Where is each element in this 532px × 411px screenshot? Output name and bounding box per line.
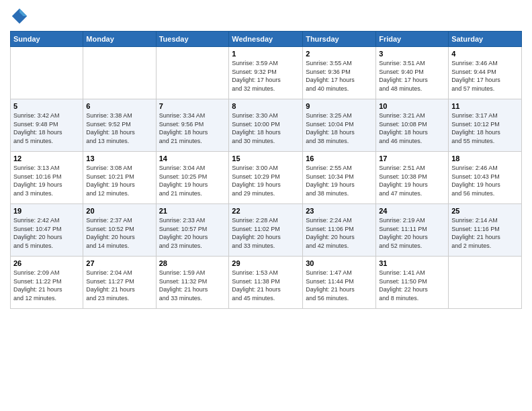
day-number: 8 xyxy=(232,102,300,110)
week-row-3: 12Sunrise: 3:13 AM Sunset: 10:16 PM Dayl… xyxy=(11,152,522,204)
calendar-cell xyxy=(11,47,83,99)
day-info: Sunrise: 2:46 AM Sunset: 10:43 PM Daylig… xyxy=(451,164,519,197)
day-info: Sunrise: 1:47 AM Sunset: 11:44 PM Daylig… xyxy=(306,269,373,302)
calendar-cell: 2Sunrise: 3:55 AM Sunset: 9:36 PM Daylig… xyxy=(303,47,376,99)
calendar-cell: 23Sunrise: 2:24 AM Sunset: 11:06 PM Dayl… xyxy=(303,204,376,257)
calendar-cell: 14Sunrise: 3:04 AM Sunset: 10:25 PM Dayl… xyxy=(156,152,229,204)
day-number: 26 xyxy=(13,259,80,267)
day-info: Sunrise: 1:59 AM Sunset: 11:32 PM Daylig… xyxy=(159,269,226,302)
day-info: Sunrise: 3:34 AM Sunset: 9:56 PM Dayligh… xyxy=(159,111,226,145)
calendar-cell: 20Sunrise: 2:37 AM Sunset: 10:52 PM Dayl… xyxy=(83,204,156,257)
calendar-cell: 26Sunrise: 2:09 AM Sunset: 11:22 PM Dayl… xyxy=(11,257,83,309)
logo-icon xyxy=(10,7,29,26)
calendar-cell: 18Sunrise: 2:46 AM Sunset: 10:43 PM Dayl… xyxy=(449,152,522,204)
calendar-cell: 11Sunrise: 3:17 AM Sunset: 10:12 PM Dayl… xyxy=(449,99,522,152)
calendar-cell: 7Sunrise: 3:34 AM Sunset: 9:56 PM Daylig… xyxy=(156,99,229,152)
day-number: 22 xyxy=(232,207,300,215)
calendar-cell: 16Sunrise: 2:55 AM Sunset: 10:34 PM Dayl… xyxy=(303,152,376,204)
day-info: Sunrise: 2:42 AM Sunset: 10:47 PM Daylig… xyxy=(13,216,80,250)
day-number: 5 xyxy=(13,102,80,110)
day-info: Sunrise: 2:28 AM Sunset: 11:02 PM Daylig… xyxy=(232,216,300,250)
week-row-4: 19Sunrise: 2:42 AM Sunset: 10:47 PM Dayl… xyxy=(11,204,522,257)
calendar-cell: 15Sunrise: 3:00 AM Sunset: 10:29 PM Dayl… xyxy=(229,152,303,204)
calendar-cell: 5Sunrise: 3:42 AM Sunset: 9:48 PM Daylig… xyxy=(11,99,83,152)
day-info: Sunrise: 1:41 AM Sunset: 11:50 PM Daylig… xyxy=(379,269,445,302)
day-info: Sunrise: 3:08 AM Sunset: 10:21 PM Daylig… xyxy=(86,164,152,197)
day-info: Sunrise: 2:14 AM Sunset: 11:16 PM Daylig… xyxy=(451,216,519,250)
calendar-cell: 3Sunrise: 3:51 AM Sunset: 9:40 PM Daylig… xyxy=(376,47,449,99)
calendar-cell: 6Sunrise: 3:38 AM Sunset: 9:52 PM Daylig… xyxy=(83,99,156,152)
day-number: 17 xyxy=(379,154,445,163)
logo xyxy=(10,7,31,26)
calendar-header-row: SundayMondayTuesdayWednesdayThursdayFrid… xyxy=(11,32,522,47)
day-number: 10 xyxy=(379,102,445,110)
column-header-sunday: Sunday xyxy=(11,32,83,47)
week-row-1: 1Sunrise: 3:59 AM Sunset: 9:32 PM Daylig… xyxy=(11,47,522,99)
calendar-cell xyxy=(156,47,229,99)
day-info: Sunrise: 3:25 AM Sunset: 10:04 PM Daylig… xyxy=(306,111,373,145)
day-info: Sunrise: 3:51 AM Sunset: 9:40 PM Dayligh… xyxy=(379,59,445,93)
day-number: 15 xyxy=(232,154,300,163)
day-number: 4 xyxy=(451,50,519,58)
calendar-cell: 12Sunrise: 3:13 AM Sunset: 10:16 PM Dayl… xyxy=(11,152,83,204)
day-number: 19 xyxy=(13,207,80,215)
day-number: 13 xyxy=(86,154,152,163)
calendar-cell: 13Sunrise: 3:08 AM Sunset: 10:21 PM Dayl… xyxy=(83,152,156,204)
day-info: Sunrise: 3:00 AM Sunset: 10:29 PM Daylig… xyxy=(232,164,300,197)
column-header-wednesday: Wednesday xyxy=(229,32,303,47)
day-number: 1 xyxy=(232,50,300,58)
calendar-cell: 19Sunrise: 2:42 AM Sunset: 10:47 PM Dayl… xyxy=(11,204,83,257)
calendar-cell: 25Sunrise: 2:14 AM Sunset: 11:16 PM Dayl… xyxy=(449,204,522,257)
day-info: Sunrise: 3:38 AM Sunset: 9:52 PM Dayligh… xyxy=(86,111,152,145)
column-header-friday: Friday xyxy=(376,32,449,47)
day-number: 28 xyxy=(159,259,226,267)
page-header xyxy=(10,7,522,26)
calendar-cell: 1Sunrise: 3:59 AM Sunset: 9:32 PM Daylig… xyxy=(229,47,303,99)
calendar-cell: 17Sunrise: 2:51 AM Sunset: 10:38 PM Dayl… xyxy=(376,152,449,204)
day-info: Sunrise: 2:37 AM Sunset: 10:52 PM Daylig… xyxy=(86,216,152,250)
week-row-2: 5Sunrise: 3:42 AM Sunset: 9:48 PM Daylig… xyxy=(11,99,522,152)
column-header-monday: Monday xyxy=(83,32,156,47)
calendar-cell: 28Sunrise: 1:59 AM Sunset: 11:32 PM Dayl… xyxy=(156,257,229,309)
column-header-saturday: Saturday xyxy=(449,32,522,47)
day-info: Sunrise: 2:51 AM Sunset: 10:38 PM Daylig… xyxy=(379,164,445,197)
day-number: 18 xyxy=(451,154,519,163)
day-number: 24 xyxy=(379,207,445,215)
calendar-cell: 30Sunrise: 1:47 AM Sunset: 11:44 PM Dayl… xyxy=(303,257,376,309)
day-info: Sunrise: 2:09 AM Sunset: 11:22 PM Daylig… xyxy=(13,269,80,302)
day-number: 11 xyxy=(451,102,519,110)
day-info: Sunrise: 3:21 AM Sunset: 10:08 PM Daylig… xyxy=(379,111,445,145)
day-number: 2 xyxy=(306,50,373,58)
day-number: 29 xyxy=(232,259,300,267)
day-info: Sunrise: 2:04 AM Sunset: 11:27 PM Daylig… xyxy=(86,269,152,302)
calendar-cell: 31Sunrise: 1:41 AM Sunset: 11:50 PM Dayl… xyxy=(376,257,449,309)
day-number: 25 xyxy=(451,207,519,215)
calendar-cell xyxy=(449,257,522,309)
calendar-cell: 29Sunrise: 1:53 AM Sunset: 11:38 PM Dayl… xyxy=(229,257,303,309)
calendar-cell: 9Sunrise: 3:25 AM Sunset: 10:04 PM Dayli… xyxy=(303,99,376,152)
day-info: Sunrise: 3:30 AM Sunset: 10:00 PM Daylig… xyxy=(232,111,300,145)
calendar-cell: 24Sunrise: 2:19 AM Sunset: 11:11 PM Dayl… xyxy=(376,204,449,257)
day-number: 16 xyxy=(306,154,373,163)
day-info: Sunrise: 3:17 AM Sunset: 10:12 PM Daylig… xyxy=(451,111,519,145)
calendar-cell: 10Sunrise: 3:21 AM Sunset: 10:08 PM Dayl… xyxy=(376,99,449,152)
day-info: Sunrise: 1:53 AM Sunset: 11:38 PM Daylig… xyxy=(232,269,300,302)
day-info: Sunrise: 2:55 AM Sunset: 10:34 PM Daylig… xyxy=(306,164,373,197)
day-number: 3 xyxy=(379,50,445,58)
day-number: 21 xyxy=(159,207,226,215)
day-info: Sunrise: 3:04 AM Sunset: 10:25 PM Daylig… xyxy=(159,164,226,197)
day-number: 12 xyxy=(13,154,80,163)
week-row-5: 26Sunrise: 2:09 AM Sunset: 11:22 PM Dayl… xyxy=(11,257,522,309)
day-info: Sunrise: 3:13 AM Sunset: 10:16 PM Daylig… xyxy=(13,164,80,197)
calendar-cell: 22Sunrise: 2:28 AM Sunset: 11:02 PM Dayl… xyxy=(229,204,303,257)
day-info: Sunrise: 2:24 AM Sunset: 11:06 PM Daylig… xyxy=(306,216,373,250)
day-number: 9 xyxy=(306,102,373,110)
column-header-thursday: Thursday xyxy=(303,32,376,47)
day-number: 7 xyxy=(159,102,226,110)
calendar-cell: 21Sunrise: 2:33 AM Sunset: 10:57 PM Dayl… xyxy=(156,204,229,257)
day-number: 20 xyxy=(86,207,152,215)
day-info: Sunrise: 2:19 AM Sunset: 11:11 PM Daylig… xyxy=(379,216,445,250)
day-number: 27 xyxy=(86,259,152,267)
day-number: 14 xyxy=(159,154,226,163)
calendar-table: SundayMondayTuesdayWednesdayThursdayFrid… xyxy=(10,31,522,309)
